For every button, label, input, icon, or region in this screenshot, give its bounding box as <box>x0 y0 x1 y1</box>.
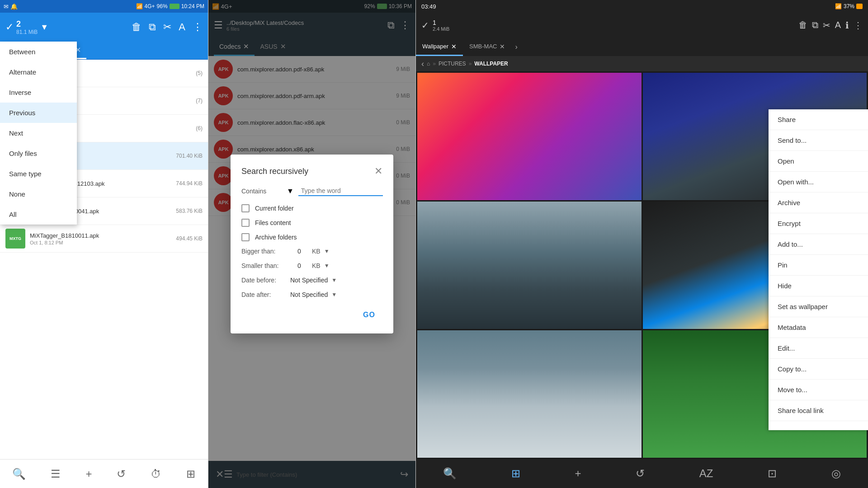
p3-tab-smb-mac-close[interactable]: ✕ <box>500 43 505 50</box>
p1-status-right: 📶 4G+ 96% 10:24 PM <box>136 3 204 9</box>
modal-archive-folders-checkbox[interactable] <box>241 233 250 241</box>
p1-dropdown-between[interactable]: Between <box>0 42 77 62</box>
p3-copy-icon[interactable]: ⧉ <box>812 20 818 31</box>
ctx-hide[interactable]: Hide <box>769 276 868 296</box>
p3-tab-more[interactable]: › <box>511 38 521 56</box>
ctx-share[interactable]: Share <box>769 109 868 130</box>
p1-file-meta: Oct 1, 8:12 PM <box>30 240 176 245</box>
p1-dropdown-none[interactable]: None <box>0 184 77 204</box>
p3-breadcrumb-pictures[interactable]: PICTURES <box>439 61 466 67</box>
p3-tabs: Wallpaper ✕ SMB-MAC ✕ › <box>416 38 868 56</box>
p3-image-mountain[interactable] <box>417 202 642 329</box>
p3-battery-pct: 37% <box>844 3 854 9</box>
modal-bigger-than-dropdown[interactable]: ▼ <box>324 248 330 254</box>
p3-tab-smb-mac[interactable]: SMB-MAC ✕ <box>463 38 511 56</box>
p3-selected-count: 1 <box>433 19 449 26</box>
p3-add-icon[interactable]: + <box>575 467 581 480</box>
ctx-copy-to[interactable]: Copy to... <box>769 359 868 380</box>
p3-grid-icon[interactable]: ⊞ <box>511 467 520 480</box>
p1-dropdown-next[interactable]: Next <box>0 123 77 143</box>
p1-dropdown-all[interactable]: All <box>0 204 77 225</box>
p1-refresh-icon[interactable]: ↺ <box>117 468 126 480</box>
p3-breadcrumb-sep1: » <box>433 61 436 67</box>
p1-search-icon[interactable]: 🔍 <box>12 468 26 480</box>
p3-refresh-icon[interactable]: ↺ <box>636 467 645 480</box>
modal-date-after-label: Date after: <box>241 291 287 298</box>
p1-check-icon[interactable]: ✓ <box>5 21 14 33</box>
p3-tab-wallpaper-close[interactable]: ✕ <box>451 43 457 50</box>
p1-file-count: (7) <box>196 98 203 104</box>
p1-bottom-bar: 🔍 ☰ + ↺ ⏱ ⊞ <box>0 459 208 488</box>
p1-file-size: 744.94 KiB <box>176 180 203 187</box>
p3-image-fire[interactable] <box>417 73 642 200</box>
p3-sort-icon[interactable]: AZ <box>699 467 713 480</box>
p3-time: 03:49 <box>421 3 436 10</box>
p1-dropdown-alternate[interactable]: Alternate <box>0 62 77 82</box>
modal-bigger-than-value: 0 <box>290 248 308 255</box>
p1-dropdown-only-files[interactable]: Only files <box>0 143 77 164</box>
p1-list-icon[interactable]: ☰ <box>51 468 61 480</box>
modal-date-before-dropdown[interactable]: ▼ <box>331 277 337 283</box>
ctx-add-to[interactable]: Add to... <box>769 234 868 255</box>
ctx-open[interactable]: Open <box>769 151 868 172</box>
p3-search-icon[interactable]: 🔍 <box>443 467 457 480</box>
ctx-send-to[interactable]: Send to... <box>769 130 868 151</box>
panel-3: 03:49 📶 37% ✓ 1 2.4 MiB 🗑 ⧉ ✂ A ℹ ⋮ Wall… <box>416 0 868 488</box>
p3-breadcrumb-wallpaper[interactable]: WALLPAPER <box>474 61 508 67</box>
p3-wifi-icon[interactable]: ◎ <box>831 467 841 480</box>
p1-selection-dropdown: Between Alternate Inverse Previous Next … <box>0 42 77 225</box>
p1-battery-icon <box>170 4 179 9</box>
modal-search-input[interactable] <box>298 186 383 196</box>
modal-go-button[interactable]: GO <box>356 307 382 323</box>
p1-selected-size: 81.1 MiB <box>16 29 38 35</box>
p1-cut-icon[interactable]: ✂ <box>163 21 171 33</box>
p1-dropdown-previous[interactable]: Previous <box>0 103 77 123</box>
ctx-open-with[interactable]: Open with... <box>769 172 868 192</box>
p1-toolbar: ✓ 2 81.1 MiB ▼ 🗑 ⧉ ✂ A ⋮ <box>0 13 208 42</box>
p1-file-count: (5) <box>196 70 203 76</box>
table-row[interactable]: MXTG MiXTagger_B1810011.apk Oct 1, 8:12 … <box>0 225 208 253</box>
p3-nav-back[interactable]: ‹ <box>421 59 424 69</box>
modal-smaller-than-value: 0 <box>290 262 308 269</box>
p3-cut-icon[interactable]: ✂ <box>823 20 830 31</box>
p3-more-icon[interactable]: ⋮ <box>854 20 863 31</box>
p3-breadcrumb-home[interactable]: ⌂ <box>427 61 430 67</box>
p1-grid-icon[interactable]: ⊞ <box>186 468 195 480</box>
p1-rename-icon[interactable]: A <box>179 21 185 33</box>
ctx-set-as-wallpaper[interactable]: Set as wallpaper <box>769 296 868 317</box>
ctx-share-local-link[interactable]: Share local link <box>769 400 868 421</box>
p1-dropdown-arrow[interactable]: ▼ <box>40 23 48 32</box>
p1-dropdown-same-type[interactable]: Same type <box>0 164 77 184</box>
ctx-edit[interactable]: Edit... <box>769 338 868 359</box>
ctx-archive[interactable]: Archive <box>769 192 868 213</box>
modal-date-after-dropdown[interactable]: ▼ <box>331 291 337 298</box>
p3-check-icon[interactable]: ✓ <box>421 20 429 31</box>
p1-more-icon[interactable]: ⋮ <box>193 21 203 33</box>
p1-delete-icon[interactable]: 🗑 <box>132 21 142 33</box>
p1-network: 📶 4G+ <box>136 3 155 9</box>
p1-selected-count: 2 <box>16 19 38 29</box>
modal-contains-label: Contains <box>241 188 282 195</box>
modal-contains-dropdown-arrow[interactable]: ▼ <box>287 187 294 195</box>
ctx-pin[interactable]: Pin <box>769 255 868 276</box>
p1-dropdown-inverse[interactable]: Inverse <box>0 82 77 103</box>
modal-close-button[interactable]: ✕ <box>374 165 382 177</box>
p1-history-icon[interactable]: ⏱ <box>151 468 161 480</box>
p1-file-count: (6) <box>196 125 203 131</box>
p3-info-icon[interactable]: ℹ <box>845 20 849 31</box>
ctx-move-to[interactable]: Move to... <box>769 380 868 400</box>
p1-add-icon[interactable]: + <box>85 468 92 480</box>
modal-current-folder-checkbox[interactable] <box>241 204 250 212</box>
p3-image-city[interactable] <box>417 330 642 458</box>
p3-select-icon[interactable]: ⊡ <box>768 467 777 480</box>
ctx-encrypt[interactable]: Encrypt <box>769 213 868 234</box>
ctx-metadata[interactable]: Metadata <box>769 317 868 338</box>
modal-smaller-than-dropdown[interactable]: ▼ <box>324 263 330 269</box>
modal-smaller-than-label: Smaller than: <box>241 262 287 269</box>
modal-files-content-checkbox[interactable] <box>241 219 250 227</box>
p1-status-left: ✉ 🔔 <box>4 3 18 10</box>
p3-tab-wallpaper[interactable]: Wallpaper ✕ <box>416 38 463 56</box>
p1-copy-icon[interactable]: ⧉ <box>149 21 156 33</box>
p3-font-icon[interactable]: A <box>835 20 841 31</box>
p3-delete-icon[interactable]: 🗑 <box>798 20 807 31</box>
